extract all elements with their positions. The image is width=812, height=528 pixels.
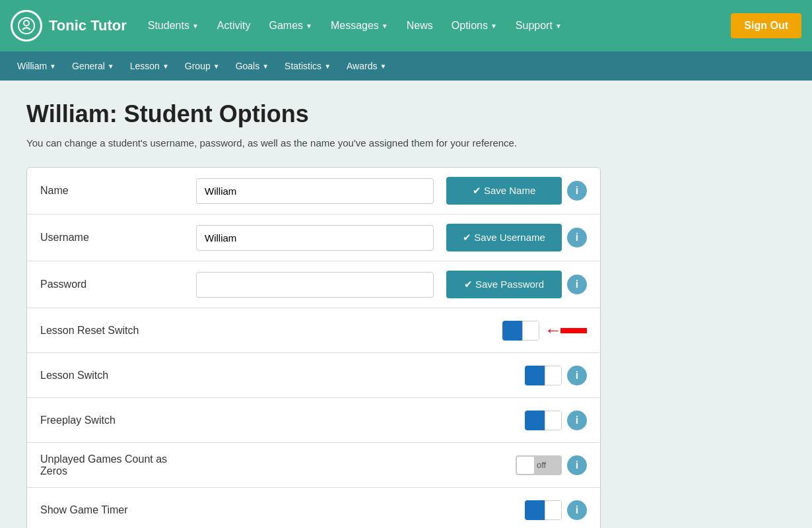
toggle-off-part (522, 321, 539, 341)
toggle-off-text: off (537, 460, 546, 470)
show-game-timer-toggle[interactable] (525, 500, 562, 520)
lesson-switch-label: Lesson Switch (40, 370, 186, 381)
page-title: William: Student Options (26, 100, 786, 128)
options-table: Name ✔ Save Name i Username ✔ Save Usern… (26, 167, 601, 528)
unplayed-games-row: Unplayed Games Count as Zeros off i (27, 443, 600, 488)
nav-item-support[interactable]: Support ▼ (508, 15, 570, 37)
chevron-down-icon: ▼ (382, 22, 388, 30)
name-input-wrapper (196, 178, 434, 204)
name-action: ✔ Save Name i (446, 177, 587, 205)
lesson-switch-info-button[interactable]: i (567, 366, 587, 385)
page-description: You can change a student's username, pas… (26, 137, 786, 148)
lesson-switch-toggle[interactable] (525, 366, 562, 385)
unplayed-games-info-button[interactable]: i (567, 455, 587, 475)
username-info-button[interactable]: i (567, 228, 587, 248)
unplayed-games-toggle[interactable]: off (516, 455, 562, 475)
save-name-button[interactable]: ✔ Save Name (446, 177, 562, 205)
nav-item-activity[interactable]: Activity (209, 15, 259, 37)
nav-item-news[interactable]: News (399, 15, 441, 37)
lesson-switch-area: i (525, 366, 587, 385)
chevron-down-icon: ▼ (555, 22, 562, 30)
subnav-goals[interactable]: Goals ▼ (229, 57, 275, 75)
top-navigation: Tonic Tutor Students ▼ Activity Games ▼ … (0, 0, 812, 51)
sub-navigation: William ▼ General ▼ Lesson ▼ Group ▼ Goa… (0, 51, 812, 81)
arrow-annotation: ← (545, 320, 587, 341)
show-game-timer-row: Show Game Timer i (27, 488, 600, 528)
app-title: Tonic Tutor (49, 17, 127, 34)
save-password-button[interactable]: ✔ Save Password (446, 271, 562, 298)
lesson-reset-label: Lesson Reset Switch (40, 325, 186, 337)
username-input[interactable] (196, 225, 434, 251)
nav-item-students[interactable]: Students ▼ (140, 15, 207, 37)
subnav-general[interactable]: General ▼ (65, 57, 121, 75)
lesson-reset-toggle[interactable] (502, 321, 539, 341)
show-game-timer-label: Show Game Timer (40, 504, 186, 516)
freeplay-switch-info-button[interactable]: i (567, 411, 587, 430)
toggle-on-part (525, 411, 545, 430)
page-content: William: Student Options You can change … (0, 81, 812, 528)
lesson-reset-switch-area: ← (502, 320, 587, 341)
toggle-thumb (517, 457, 534, 474)
password-label: Password (40, 279, 186, 290)
chevron-down-icon: ▼ (213, 63, 220, 70)
toggle-on-part (525, 366, 545, 385)
sign-out-button[interactable]: Sign Out (731, 13, 801, 38)
unplayed-games-label: Unplayed Games Count as Zeros (40, 453, 186, 477)
show-game-timer-info-button[interactable]: i (567, 500, 587, 520)
toggle-off-part (545, 411, 562, 430)
name-info-button[interactable]: i (567, 181, 587, 201)
toggle-on-part (525, 500, 545, 520)
subnav-group[interactable]: Group ▼ (178, 57, 226, 75)
toggle-off-part (545, 366, 562, 385)
freeplay-switch-label: Freeplay Switch (40, 414, 186, 426)
show-game-timer-switch-area: i (525, 500, 587, 520)
chevron-down-icon: ▼ (108, 63, 114, 70)
subnav-lesson[interactable]: Lesson ▼ (123, 57, 176, 75)
username-input-wrapper (196, 225, 434, 251)
name-row: Name ✔ Save Name i (27, 168, 600, 214)
chevron-down-icon: ▼ (50, 63, 56, 70)
username-label: Username (40, 232, 186, 244)
chevron-down-icon: ▼ (162, 63, 169, 70)
logo-icon (11, 10, 42, 42)
save-username-button[interactable]: ✔ Save Username (446, 224, 562, 251)
logo-area[interactable]: Tonic Tutor (11, 10, 127, 42)
subnav-awards[interactable]: Awards ▼ (340, 57, 393, 75)
name-input[interactable] (196, 178, 434, 204)
chevron-down-icon: ▼ (324, 63, 331, 70)
freeplay-switch-row: Freeplay Switch i (27, 398, 600, 443)
password-info-button[interactable]: i (567, 275, 587, 294)
password-input-wrapper (196, 272, 434, 298)
freeplay-switch-toggle[interactable] (525, 411, 562, 430)
chevron-down-icon: ▼ (262, 63, 269, 70)
name-label: Name (40, 185, 186, 197)
toggle-off-part (545, 500, 562, 520)
nav-item-options[interactable]: Options ▼ (444, 15, 505, 37)
password-row: Password ✔ Save Password i (27, 261, 600, 308)
username-action: ✔ Save Username i (446, 224, 587, 251)
password-input[interactable] (196, 272, 434, 298)
unplayed-games-switch-area: off i (516, 455, 587, 475)
password-action: ✔ Save Password i (446, 271, 587, 298)
subnav-william[interactable]: William ▼ (11, 57, 63, 75)
nav-item-messages[interactable]: Messages ▼ (323, 15, 396, 37)
nav-item-games[interactable]: Games ▼ (261, 15, 320, 37)
chevron-down-icon: ▼ (192, 22, 199, 30)
subnav-statistics[interactable]: Statistics ▼ (278, 57, 337, 75)
chevron-down-icon: ▼ (380, 63, 386, 70)
freeplay-switch-area: i (525, 411, 587, 430)
username-row: Username ✔ Save Username i (27, 214, 600, 261)
lesson-reset-row: Lesson Reset Switch ← (27, 308, 600, 353)
svg-point-1 (24, 20, 29, 26)
lesson-switch-row: Lesson Switch i (27, 353, 600, 398)
chevron-down-icon: ▼ (306, 22, 312, 30)
toggle-on-part (502, 321, 522, 341)
chevron-down-icon: ▼ (491, 22, 497, 30)
